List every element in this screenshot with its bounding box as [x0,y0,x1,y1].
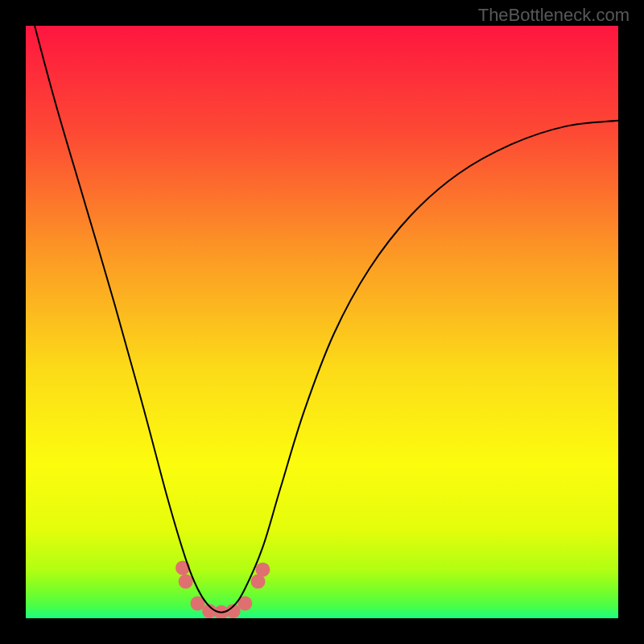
chart-dot [255,563,270,577]
chart-curve [35,26,618,613]
chart-overlay [26,26,618,618]
chart-dot [179,574,193,588]
attribution-text: TheBottleneck.com [478,5,630,26]
